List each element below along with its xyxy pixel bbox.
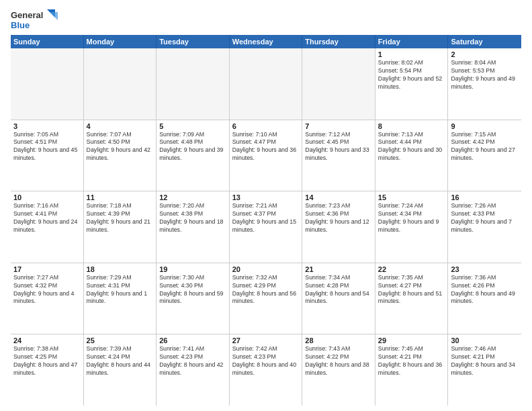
day-number: 7 <box>305 122 372 130</box>
calendar-cell-4-6: 22Sunrise: 7:35 AM Sunset: 4:27 PM Dayli… <box>375 263 449 334</box>
day-info: Sunrise: 7:05 AM Sunset: 4:51 PM Dayligh… <box>13 131 81 163</box>
calendar-cell-4-1: 17Sunrise: 7:27 AM Sunset: 4:32 PM Dayli… <box>11 263 84 334</box>
calendar-cell-5-6: 29Sunrise: 7:45 AM Sunset: 4:21 PM Dayli… <box>375 334 449 406</box>
calendar-cell-1-7: 2Sunrise: 8:04 AM Sunset: 5:53 PM Daylig… <box>448 48 521 120</box>
header-day-sunday: Sunday <box>11 35 84 48</box>
day-info: Sunrise: 7:42 AM Sunset: 4:23 PM Dayligh… <box>232 345 300 377</box>
header-day-friday: Friday <box>375 35 449 48</box>
day-number: 9 <box>451 122 519 130</box>
day-info: Sunrise: 7:26 AM Sunset: 4:33 PM Dayligh… <box>451 202 519 234</box>
day-info: Sunrise: 7:36 AM Sunset: 4:26 PM Dayligh… <box>451 274 519 306</box>
logo-svg: GeneralBlue <box>11 8 58 32</box>
svg-marker-3 <box>50 12 58 20</box>
day-info: Sunrise: 7:09 AM Sunset: 4:48 PM Dayligh… <box>159 131 226 163</box>
day-info: Sunrise: 7:41 AM Sunset: 4:23 PM Dayligh… <box>159 345 226 377</box>
day-info: Sunrise: 7:30 AM Sunset: 4:30 PM Dayligh… <box>159 274 226 306</box>
svg-text:General: General <box>11 10 43 20</box>
day-number: 8 <box>378 122 445 130</box>
day-number: 21 <box>305 265 372 273</box>
calendar-cell-4-7: 23Sunrise: 7:36 AM Sunset: 4:26 PM Dayli… <box>448 263 521 334</box>
day-info: Sunrise: 7:18 AM Sunset: 4:39 PM Dayligh… <box>87 202 154 234</box>
day-number: 11 <box>87 193 154 201</box>
day-info: Sunrise: 7:16 AM Sunset: 4:41 PM Dayligh… <box>13 202 81 234</box>
day-info: Sunrise: 7:34 AM Sunset: 4:28 PM Dayligh… <box>305 274 372 306</box>
calendar-row-4: 17Sunrise: 7:27 AM Sunset: 4:32 PM Dayli… <box>11 263 521 335</box>
day-number: 15 <box>378 193 445 201</box>
logo: GeneralBlue <box>11 8 58 32</box>
day-number: 13 <box>232 193 300 201</box>
day-info: Sunrise: 7:29 AM Sunset: 4:31 PM Dayligh… <box>87 274 154 306</box>
calendar-cell-5-1: 24Sunrise: 7:38 AM Sunset: 4:25 PM Dayli… <box>11 334 84 406</box>
day-info: Sunrise: 7:21 AM Sunset: 4:37 PM Dayligh… <box>232 202 300 234</box>
day-info: Sunrise: 7:43 AM Sunset: 4:22 PM Dayligh… <box>305 345 372 377</box>
day-number: 5 <box>159 122 226 130</box>
day-number: 25 <box>87 336 154 345</box>
day-number: 6 <box>232 122 300 130</box>
day-number: 1 <box>378 50 445 58</box>
day-info: Sunrise: 7:23 AM Sunset: 4:36 PM Dayligh… <box>305 202 372 234</box>
day-info: Sunrise: 7:07 AM Sunset: 4:50 PM Dayligh… <box>87 131 154 163</box>
day-number: 29 <box>378 336 445 345</box>
day-info: Sunrise: 7:27 AM Sunset: 4:32 PM Dayligh… <box>13 274 81 306</box>
day-number: 27 <box>232 336 300 345</box>
day-info: Sunrise: 7:15 AM Sunset: 4:42 PM Dayligh… <box>451 131 519 163</box>
header: GeneralBlue <box>11 8 521 32</box>
calendar: SundayMondayTuesdayWednesdayThursdayFrid… <box>11 35 521 406</box>
day-info: Sunrise: 7:39 AM Sunset: 4:24 PM Dayligh… <box>87 345 154 377</box>
calendar-cell-3-5: 14Sunrise: 7:23 AM Sunset: 4:36 PM Dayli… <box>302 191 375 263</box>
calendar-cell-5-5: 28Sunrise: 7:43 AM Sunset: 4:22 PM Dayli… <box>302 334 375 406</box>
day-number: 2 <box>451 50 519 58</box>
page: GeneralBlue SundayMondayTuesdayWednesday… <box>0 0 532 411</box>
calendar-cell-3-1: 10Sunrise: 7:16 AM Sunset: 4:41 PM Dayli… <box>11 191 84 263</box>
calendar-cell-3-4: 13Sunrise: 7:21 AM Sunset: 4:37 PM Dayli… <box>230 191 303 263</box>
day-number: 18 <box>87 265 154 273</box>
calendar-cell-3-7: 16Sunrise: 7:26 AM Sunset: 4:33 PM Dayli… <box>448 191 521 263</box>
day-number: 12 <box>159 193 226 201</box>
calendar-body: 1Sunrise: 8:02 AM Sunset: 5:54 PM Daylig… <box>11 48 521 406</box>
day-number: 4 <box>87 122 154 130</box>
calendar-cell-2-6: 8Sunrise: 7:13 AM Sunset: 4:44 PM Daylig… <box>375 120 449 191</box>
day-number: 28 <box>305 336 372 345</box>
day-info: Sunrise: 7:32 AM Sunset: 4:29 PM Dayligh… <box>232 274 300 306</box>
calendar-row-3: 10Sunrise: 7:16 AM Sunset: 4:41 PM Dayli… <box>11 191 521 263</box>
calendar-cell-4-4: 20Sunrise: 7:32 AM Sunset: 4:29 PM Dayli… <box>230 263 303 334</box>
header-day-tuesday: Tuesday <box>157 35 230 48</box>
calendar-cell-1-1 <box>11 48 84 120</box>
calendar-cell-2-2: 4Sunrise: 7:07 AM Sunset: 4:50 PM Daylig… <box>84 120 157 191</box>
header-day-monday: Monday <box>84 35 157 48</box>
calendar-cell-2-7: 9Sunrise: 7:15 AM Sunset: 4:42 PM Daylig… <box>448 120 521 191</box>
day-number: 23 <box>451 265 519 273</box>
calendar-cell-4-5: 21Sunrise: 7:34 AM Sunset: 4:28 PM Dayli… <box>302 263 375 334</box>
calendar-cell-5-4: 27Sunrise: 7:42 AM Sunset: 4:23 PM Dayli… <box>230 334 303 406</box>
calendar-cell-3-6: 15Sunrise: 7:24 AM Sunset: 4:34 PM Dayli… <box>375 191 449 263</box>
day-number: 14 <box>305 193 372 201</box>
day-info: Sunrise: 7:46 AM Sunset: 4:21 PM Dayligh… <box>451 345 519 377</box>
calendar-cell-2-1: 3Sunrise: 7:05 AM Sunset: 4:51 PM Daylig… <box>11 120 84 191</box>
calendar-cell-1-4 <box>230 48 303 120</box>
calendar-cell-2-3: 5Sunrise: 7:09 AM Sunset: 4:48 PM Daylig… <box>157 120 230 191</box>
day-number: 24 <box>13 336 81 345</box>
svg-text:Blue: Blue <box>11 20 30 30</box>
calendar-row-1: 1Sunrise: 8:02 AM Sunset: 5:54 PM Daylig… <box>11 48 521 120</box>
day-info: Sunrise: 7:20 AM Sunset: 4:38 PM Dayligh… <box>159 202 226 234</box>
day-number: 26 <box>159 336 226 345</box>
day-info: Sunrise: 7:38 AM Sunset: 4:25 PM Dayligh… <box>13 345 81 377</box>
header-day-wednesday: Wednesday <box>230 35 303 48</box>
calendar-cell-1-6: 1Sunrise: 8:02 AM Sunset: 5:54 PM Daylig… <box>375 48 449 120</box>
calendar-cell-2-4: 6Sunrise: 7:10 AM Sunset: 4:47 PM Daylig… <box>230 120 303 191</box>
day-info: Sunrise: 8:02 AM Sunset: 5:54 PM Dayligh… <box>378 59 445 91</box>
day-number: 19 <box>159 265 226 273</box>
day-number: 3 <box>13 122 81 130</box>
calendar-cell-5-7: 30Sunrise: 7:46 AM Sunset: 4:21 PM Dayli… <box>448 334 521 406</box>
calendar-header: SundayMondayTuesdayWednesdayThursdayFrid… <box>11 35 521 48</box>
header-day-saturday: Saturday <box>448 35 521 48</box>
calendar-row-5: 24Sunrise: 7:38 AM Sunset: 4:25 PM Dayli… <box>11 334 521 406</box>
day-info: Sunrise: 7:24 AM Sunset: 4:34 PM Dayligh… <box>378 202 445 234</box>
day-number: 16 <box>451 193 519 201</box>
calendar-cell-5-3: 26Sunrise: 7:41 AM Sunset: 4:23 PM Dayli… <box>157 334 230 406</box>
day-info: Sunrise: 8:04 AM Sunset: 5:53 PM Dayligh… <box>451 59 519 91</box>
calendar-row-2: 3Sunrise: 7:05 AM Sunset: 4:51 PM Daylig… <box>11 120 521 192</box>
day-info: Sunrise: 7:35 AM Sunset: 4:27 PM Dayligh… <box>378 274 445 306</box>
day-info: Sunrise: 7:12 AM Sunset: 4:45 PM Dayligh… <box>305 131 372 163</box>
calendar-cell-2-5: 7Sunrise: 7:12 AM Sunset: 4:45 PM Daylig… <box>302 120 375 191</box>
